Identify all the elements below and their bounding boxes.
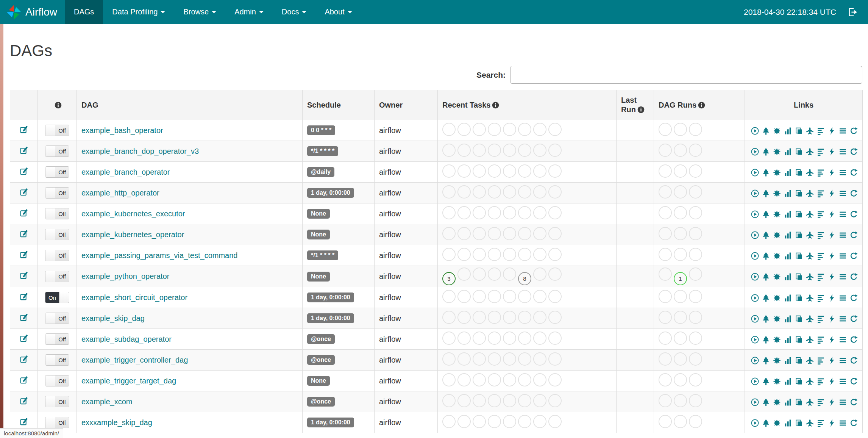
dag-link[interactable]: example_kubernetes_operator [81,230,184,239]
task-status-circle[interactable] [488,267,501,281]
trigger-dag-icon[interactable] [751,294,759,302]
task-status-circle[interactable] [442,144,456,157]
tree-view-icon[interactable] [762,377,770,385]
task-status-circle[interactable] [473,415,486,428]
dag-run-circle[interactable] [659,248,672,261]
task-status-circle[interactable] [548,164,562,178]
gantt-view-icon[interactable] [817,357,825,364]
trigger-dag-icon[interactable] [751,169,759,177]
task-status-circle[interactable] [473,227,486,240]
logs-icon[interactable] [839,294,847,302]
task-duration-icon[interactable] [784,398,792,406]
tree-view-icon[interactable] [762,315,770,323]
dag-run-circle[interactable] [689,164,702,178]
task-duration-icon[interactable] [784,127,792,135]
task-status-circle[interactable] [457,415,471,428]
dag-run-circle[interactable] [674,332,687,345]
landing-times-icon[interactable] [806,189,814,197]
logs-icon[interactable] [839,252,847,260]
landing-times-icon[interactable] [806,169,814,177]
gantt-view-icon[interactable] [817,419,825,427]
trigger-dag-icon[interactable] [751,189,759,197]
task-tries-icon[interactable] [795,398,803,406]
task-status-circle[interactable] [518,227,531,240]
task-status-circle[interactable] [488,290,501,303]
refresh-icon[interactable] [850,189,858,197]
edit-dag-icon[interactable] [20,125,28,134]
task-status-circle[interactable] [473,267,486,281]
tree-view-icon[interactable] [762,357,770,364]
task-status-circle[interactable] [457,267,471,281]
task-status-circle[interactable] [442,290,456,303]
task-status-circle[interactable] [442,415,456,428]
trigger-dag-icon[interactable] [751,273,759,281]
tree-view-icon[interactable] [762,336,770,344]
landing-times-icon[interactable] [806,273,814,281]
dag-pause-toggle[interactable]: Off [45,250,69,261]
dag-link[interactable]: example_subdag_operator [81,335,172,343]
graph-view-icon[interactable] [773,189,781,197]
header-schedule[interactable]: Schedule [303,90,375,120]
gantt-view-icon[interactable] [817,252,825,260]
task-status-circle[interactable] [488,227,501,240]
dag-run-circle[interactable] [674,415,687,428]
code-view-icon[interactable] [828,169,836,177]
refresh-icon[interactable] [850,336,858,344]
task-duration-icon[interactable] [784,148,792,156]
task-status-circle[interactable] [533,267,546,281]
task-tries-icon[interactable] [795,189,803,197]
task-status-circle[interactable] [473,290,486,303]
task-status-circle[interactable] [533,352,546,366]
tree-view-icon[interactable] [762,148,770,156]
code-view-icon[interactable] [828,336,836,344]
dag-run-circle[interactable] [659,185,672,199]
task-tries-icon[interactable] [795,231,803,239]
graph-view-icon[interactable] [773,252,781,260]
dag-run-circle[interactable] [659,164,672,178]
trigger-dag-icon[interactable] [751,336,759,344]
code-view-icon[interactable] [828,315,836,323]
task-tries-icon[interactable] [795,252,803,260]
edit-dag-icon[interactable] [20,146,28,155]
task-tries-icon[interactable] [795,357,803,364]
dag-run-circle[interactable] [689,144,702,157]
task-status-circle[interactable]: 8 [518,272,531,285]
tree-view-icon[interactable] [762,419,770,427]
task-status-circle[interactable] [488,373,501,386]
task-status-circle[interactable] [503,290,516,303]
dag-run-circle[interactable] [659,394,672,407]
trigger-dag-icon[interactable] [751,315,759,323]
task-status-circle[interactable] [503,332,516,345]
dag-pause-toggle[interactable]: Off [45,187,69,199]
task-tries-icon[interactable] [795,273,803,281]
trigger-dag-icon[interactable] [751,231,759,239]
task-status-circle[interactable]: 3 [442,272,456,285]
task-status-circle[interactable] [503,206,516,219]
dag-run-circle[interactable] [674,394,687,407]
nav-item-data-profiling[interactable]: Data Profiling [103,0,174,24]
search-input[interactable] [510,66,862,84]
tree-view-icon[interactable] [762,231,770,239]
task-status-circle[interactable] [442,332,456,345]
tree-view-icon[interactable] [762,169,770,177]
dag-run-circle[interactable] [674,206,687,219]
task-status-circle[interactable] [503,352,516,366]
task-status-circle[interactable] [548,415,562,428]
gantt-view-icon[interactable] [817,377,825,385]
task-status-circle[interactable] [548,144,562,157]
graph-view-icon[interactable] [773,336,781,344]
dag-run-circle[interactable] [689,290,702,303]
dag-run-circle[interactable] [659,373,672,386]
task-status-circle[interactable] [548,185,562,199]
dag-pause-toggle[interactable]: Off [45,166,69,178]
task-status-circle[interactable] [473,144,486,157]
task-duration-icon[interactable] [784,189,792,197]
task-duration-icon[interactable] [784,315,792,323]
dag-link[interactable]: example_python_operator [81,272,169,280]
edit-dag-icon[interactable] [20,188,28,196]
code-view-icon[interactable] [828,357,836,364]
task-status-circle[interactable] [518,248,531,261]
dag-run-circle[interactable] [689,373,702,386]
graph-view-icon[interactable] [773,169,781,177]
task-status-circle[interactable] [473,373,486,386]
